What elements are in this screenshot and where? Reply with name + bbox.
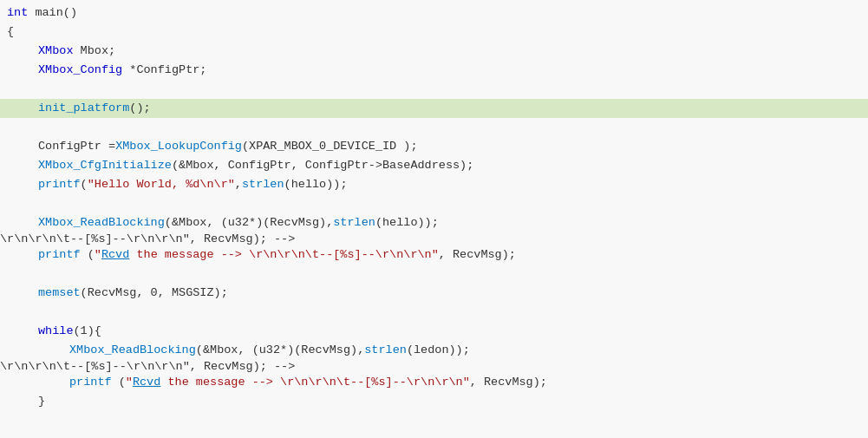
fn-lookup-config: XMbox_LookupConfig [115,138,242,155]
fn-init-platform: init_platform [38,100,129,117]
function-main: main() [35,4,77,22]
code-line-empty [0,430,868,438]
fn-readblocking-2: XMbox_ReadBlocking [69,342,196,359]
code-line: printf ( "Rcvd the message --> \r\n\r\n\… [0,245,868,265]
open-brace: { [7,23,14,41]
code-line: XMbox Mbox; [0,42,868,61]
fn-memset: memset [38,284,81,302]
str-rcvd-2: "Rcvd the message --> \r\n\r\n\t--[%s]--… [126,374,470,391]
code-editor: int main() { XMbox Mbox; XMbox_Config *C… [0,0,868,438]
fn-printf-rcvd: printf [38,246,81,264]
code-line-empty [0,80,868,99]
code-line-highlighted: init_platform(); [0,99,868,118]
str-hello: "Hello World, %d\n\r" [88,176,235,193]
code-line: printf ( "Rcvd the message --> \r\n\r\n\… [0,373,868,392]
code-line: XMbox_ReadBlocking (&Mbox, (u32*)(RecvMs… [0,213,868,232]
fn-printf-rcvd-2: printf [69,374,112,391]
code-line: XMbox_CfgInitialize (&Mbox, ConfigPtr, C… [0,156,868,175]
code-line: ConfigPtr = XMbox_LookupConfig (XPAR_MBO… [0,137,868,156]
code-line: int main() [0,3,868,23]
keyword-while: while [38,323,74,340]
fn-strlen-hello: strlen [242,176,284,193]
keyword-int: int [7,4,28,22]
code-line: printf ( "Hello World, %d\n\r" , strlen … [0,175,868,194]
code-line: } [0,392,868,411]
fn-strlen-2: strlen [364,342,407,359]
code-line-empty [0,118,868,137]
code-line-empty [0,265,868,284]
fn-readblocking: XMbox_ReadBlocking [38,214,165,232]
close-brace-while: } [38,393,45,410]
type-xmbox: XMbox [38,42,74,60]
code-line: memset (RecvMsg, 0, MSGSIZ); [0,284,868,303]
type-xmbox-config: XMbox_Config [38,62,122,79]
code-line-empty [0,411,868,430]
str-rcvd: "Rcvd the message --> \r\n\r\n\t--[%s]--… [95,246,439,264]
fn-printf-hello: printf [38,176,81,193]
code-line: XMbox_Config *ConfigPtr; [0,61,868,80]
code-line: while (1){ [0,322,868,341]
code-line-empty [0,303,868,322]
fn-cfg-initialize: XMbox_CfgInitialize [38,157,172,174]
fn-strlen: strlen [333,214,375,232]
code-line: { [0,23,868,42]
code-line: XMbox_ReadBlocking (&Mbox, (u32*)(RecvMs… [0,341,868,360]
code-line-empty [0,194,868,213]
